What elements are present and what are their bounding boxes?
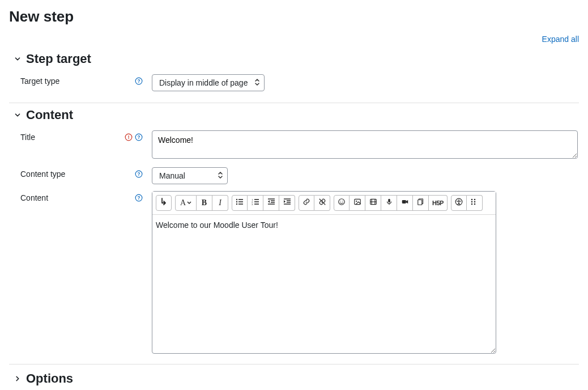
record-video-button[interactable] [397,195,413,211]
link-icon [302,198,310,208]
indent-button[interactable] [279,195,295,211]
caret-down-icon [187,198,191,207]
svg-point-12 [236,204,237,205]
svg-rect-36 [370,199,376,204]
svg-point-10 [236,199,237,200]
link-button[interactable] [299,195,314,211]
row-title: Title ! ? [9,127,579,164]
chevron-down-icon [14,111,22,119]
film-icon [369,198,377,208]
chevron-down-icon [14,55,22,63]
target-type-label: Target type [20,77,131,86]
svg-text:2: 2 [252,201,253,204]
svg-text:3: 3 [252,203,253,206]
svg-text:?: ? [138,196,140,201]
svg-point-49 [474,199,476,201]
toolbar-toggle-button[interactable] [156,195,172,211]
video-camera-icon [401,198,409,208]
paragraph-style-button[interactable]: A [175,195,197,211]
svg-rect-43 [417,200,421,205]
svg-point-31 [339,199,345,205]
editor-toolbar: A B I 123 [152,192,496,215]
svg-rect-41 [402,200,406,204]
italic-button[interactable]: I [212,195,228,211]
section-content-header[interactable]: Content [9,103,579,127]
svg-point-47 [471,201,473,203]
files-icon [417,198,425,208]
content-type-label: Content type [20,169,131,179]
list-ol-icon: 123 [252,198,259,208]
section-options: Options [9,364,579,390]
emoji-button[interactable] [334,195,350,211]
unlink-icon [318,198,326,208]
svg-point-11 [236,201,237,202]
title-input[interactable] [152,130,578,159]
svg-point-45 [458,200,459,201]
h5p-button[interactable]: H5P [429,195,448,211]
outdent-icon [267,198,275,208]
section-step-target-header[interactable]: Step target [9,47,579,71]
svg-rect-34 [354,199,360,204]
svg-text:?: ? [138,135,140,140]
outdent-button[interactable] [263,195,279,211]
target-type-select[interactable]: Display in middle of page [152,74,265,91]
section-content: Content Title ! ? Content type ? [9,103,579,364]
help-icon[interactable]: ? [135,194,143,202]
section-content-heading: Content [26,108,73,122]
help-icon[interactable]: ? [135,77,143,85]
required-icon: ! [125,133,133,141]
editor-body[interactable]: Welcome to our Moodle User Tour! [152,215,496,353]
svg-point-51 [474,204,476,205]
bold-button[interactable]: B [197,195,212,211]
unlink-button[interactable] [314,195,330,211]
svg-text:!: ! [128,135,130,140]
accessibility-checker-button[interactable] [451,195,467,211]
svg-point-46 [471,199,473,201]
accessibility-icon [455,198,463,208]
help-icon[interactable]: ? [135,170,143,178]
manage-files-button[interactable] [413,195,429,211]
content-type-select[interactable]: Manual [152,167,228,184]
list-ul-icon [236,198,244,208]
image-button[interactable] [350,195,365,211]
row-target-type: Target type ? Display in middle of page [9,71,579,95]
image-icon [353,198,361,208]
content-body-label: Content [20,193,131,202]
svg-text:?: ? [138,79,140,84]
section-options-header[interactable]: Options [9,369,579,390]
svg-rect-42 [419,199,423,204]
ordered-list-button[interactable]: 123 [248,195,263,211]
svg-line-30 [319,199,325,205]
svg-point-35 [356,201,357,202]
record-audio-button[interactable] [381,195,397,211]
indent-icon [283,198,291,208]
section-step-target: Step target Target type ? Display in mid… [9,47,579,103]
media-button[interactable] [365,195,381,211]
unordered-list-button[interactable] [232,195,248,211]
section-options-heading: Options [26,371,73,386]
rich-text-editor: A B I 123 [152,191,496,354]
svg-point-48 [471,204,473,205]
svg-point-50 [474,201,476,203]
row-content-body: Content ? [9,188,579,357]
smile-icon [338,198,346,208]
microphone-icon [385,198,393,208]
svg-text:?: ? [138,172,140,177]
section-step-target-heading: Step target [26,52,91,66]
expand-all-link[interactable]: Expand all [542,35,579,44]
help-icon[interactable]: ? [135,133,143,141]
arrow-down-right-icon [160,198,167,208]
screenreader-helper-button[interactable] [467,195,483,211]
svg-point-44 [455,198,462,205]
svg-text:1: 1 [252,198,253,201]
title-label: Title [20,133,121,142]
svg-point-33 [342,201,343,201]
h5p-icon: H5P [432,200,444,206]
svg-point-32 [340,201,341,201]
chevron-right-icon [14,375,22,383]
svg-rect-40 [388,199,390,202]
row-content-type: Content type ? Manual [9,164,579,188]
braille-icon [470,198,478,208]
page-title: New step [9,8,579,26]
